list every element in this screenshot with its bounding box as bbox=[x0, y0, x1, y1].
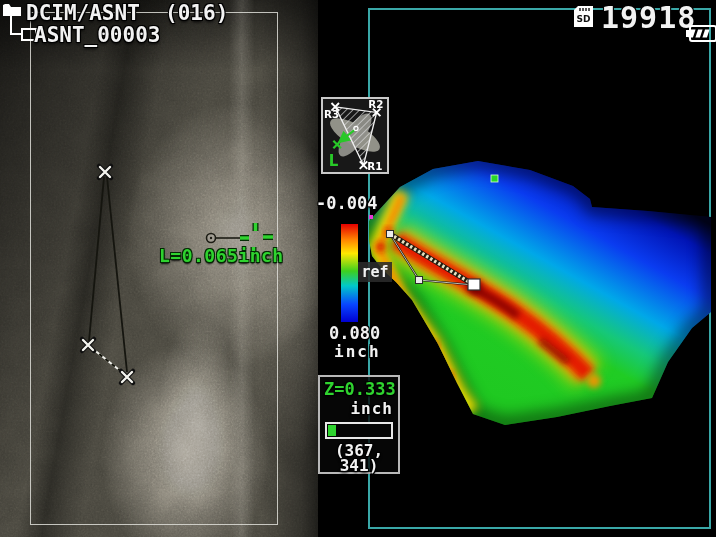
active-point-marker-3d[interactable] bbox=[468, 279, 480, 290]
magenta-marker bbox=[369, 215, 373, 219]
cursor-coordinates-line2: 341) bbox=[320, 456, 398, 475]
videoprobe-screen: L=0.065inch bbox=[0, 0, 716, 537]
scale-max-label: -0.004 bbox=[316, 193, 377, 213]
point-marker-2-3d[interactable] bbox=[416, 277, 423, 284]
depth-progress-fill bbox=[328, 425, 336, 436]
battery-icon bbox=[686, 25, 716, 42]
scale-unit-label: inch bbox=[334, 342, 381, 361]
depth-surface bbox=[368, 8, 712, 530]
folder-path-label: DCIM/ASNT (016) bbox=[26, 1, 228, 25]
point-marker-1-3d[interactable] bbox=[387, 231, 394, 238]
point-cloud-view[interactable] bbox=[368, 8, 712, 530]
z-value: Z=0.333 bbox=[324, 379, 396, 399]
depth-extreme-marker bbox=[491, 175, 498, 182]
file-name-label: ASNT_00003 bbox=[34, 23, 160, 47]
sd-card-icon: SD bbox=[573, 5, 594, 28]
frame-counter: 19918 bbox=[601, 0, 696, 35]
r3-label: R3 bbox=[324, 108, 339, 120]
depth-color-scale bbox=[341, 224, 358, 322]
depth-progress-bar bbox=[325, 422, 393, 439]
reference-plane-diagram: R3 R2 R1 L bbox=[321, 97, 389, 174]
svg-text:SD: SD bbox=[577, 14, 591, 24]
scale-min-label: 0.080 bbox=[329, 323, 380, 343]
r2-label: R2 bbox=[368, 99, 383, 110]
z-depth-panel: Z=0.333 inch (367, 341) bbox=[318, 375, 400, 474]
r1-label: R1 bbox=[367, 160, 382, 172]
z-unit: inch bbox=[350, 399, 393, 418]
length-measurement-label: L=0.065inch bbox=[159, 245, 284, 266]
live-image-view: L=0.065inch bbox=[0, 0, 318, 537]
l-axis-label: L bbox=[329, 152, 339, 170]
scale-ref-label: ref bbox=[358, 262, 392, 282]
image-frame bbox=[30, 12, 278, 525]
